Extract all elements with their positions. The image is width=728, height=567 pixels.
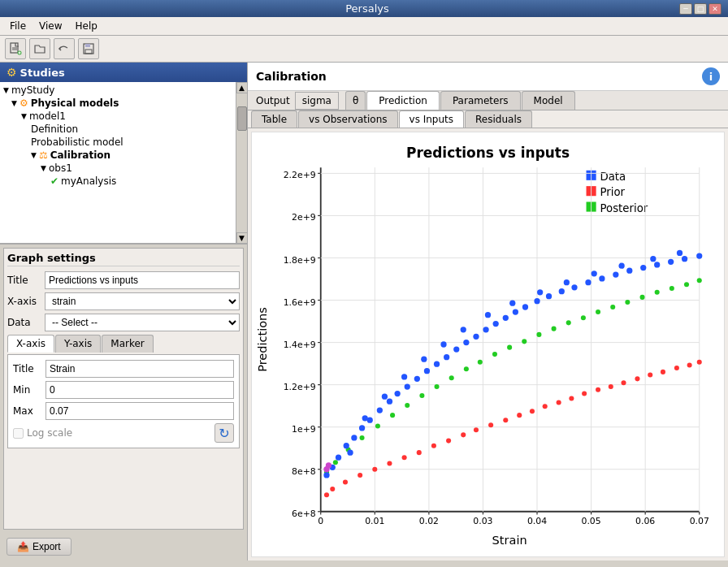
svg-point-104 (492, 352, 497, 357)
app-title: Persalys (345, 2, 389, 15)
svg-point-101 (449, 375, 454, 380)
svg-point-68 (387, 461, 392, 465)
axis-max-label: Max (13, 405, 42, 417)
tree-scrollbar[interactable]: ▲ ▼ (236, 82, 247, 244)
svg-point-84 (609, 384, 613, 389)
tree-obs1-label: obs1 (49, 162, 72, 174)
title-input[interactable] (45, 271, 240, 289)
svg-point-77 (517, 413, 522, 418)
svg-point-142 (534, 298, 540, 304)
svg-point-165 (564, 279, 570, 285)
log-scale-checkbox[interactable] (13, 428, 24, 439)
axis-title-label: Title (13, 363, 42, 374)
tree-physical-models[interactable]: ▼ ⚙ Physical models (2, 97, 234, 110)
data-select[interactable]: -- Select -- (45, 314, 240, 331)
tree-prob-model[interactable]: Probabilistic model (2, 136, 234, 149)
svg-point-114 (640, 295, 645, 300)
tree-obs1[interactable]: ▼ obs1 (2, 162, 234, 175)
svg-point-75 (488, 422, 493, 427)
maximize-button[interactable]: □ (694, 3, 707, 15)
svg-point-133 (444, 354, 449, 360)
tab-xaxis[interactable]: X-axis (7, 335, 54, 353)
svg-point-102 (464, 366, 469, 371)
tree-my-analysis[interactable]: ✔ myAnalysis (2, 175, 234, 188)
collapse-icon-2: ▼ (21, 112, 27, 120)
save-button[interactable] (78, 38, 99, 59)
tree-root[interactable]: ▼ myStudy (2, 84, 234, 97)
sigma-badge[interactable]: sigma (295, 92, 339, 110)
undo-button[interactable] (54, 38, 75, 59)
svg-point-103 (478, 360, 483, 365)
chart-area: Predictions vs inputs Data Prior Posteri… (251, 132, 725, 557)
svg-point-64 (330, 487, 335, 491)
svg-point-119 (323, 472, 329, 478)
menu-view[interactable]: View (32, 19, 68, 33)
open-button[interactable] (29, 38, 50, 59)
svg-point-105 (507, 345, 512, 350)
tab-theta[interactable]: θ (345, 91, 366, 110)
axis-min-row: Min (13, 381, 234, 399)
svg-point-147 (599, 275, 604, 281)
scroll-up[interactable]: ▲ (236, 82, 248, 93)
svg-point-70 (417, 450, 422, 455)
svg-point-130 (414, 376, 420, 382)
svg-point-150 (640, 265, 646, 271)
svg-point-123 (351, 435, 357, 440)
tab-yaxis[interactable]: Y-axis (55, 335, 101, 353)
minimize-button[interactable]: ─ (679, 3, 692, 15)
svg-point-111 (596, 309, 600, 314)
export-button[interactable]: 📤 Export (6, 538, 72, 556)
axis-max-input[interactable] (46, 402, 234, 420)
xaxis-select[interactable]: strain (45, 292, 240, 310)
data-label: Data (7, 317, 41, 328)
svg-point-163 (509, 301, 515, 306)
menu-file[interactable]: File (3, 19, 32, 33)
sub-tab-vs-inputs[interactable]: vs Inputs (399, 110, 465, 128)
svg-point-67 (372, 467, 377, 472)
sub-tab-table[interactable]: Table (251, 110, 297, 128)
new-button[interactable] (5, 38, 26, 59)
tree-definition[interactable]: Definition (2, 123, 234, 136)
axis-title-input[interactable] (46, 360, 234, 378)
svg-point-66 (358, 473, 362, 478)
info-button[interactable]: i (702, 67, 720, 85)
svg-point-156 (362, 415, 368, 421)
svg-point-73 (461, 432, 466, 437)
calibration-title: Calibration (256, 70, 327, 83)
menu-help[interactable]: Help (69, 19, 104, 33)
svg-text:6e+8: 6e+8 (292, 509, 316, 519)
svg-text:2.2e+9: 2.2e+9 (284, 170, 316, 180)
scroll-thumb[interactable] (237, 106, 247, 131)
svg-rect-8 (85, 50, 92, 54)
svg-text:0.07: 0.07 (690, 517, 709, 527)
output-sigma-area: sigma (295, 92, 339, 110)
tab-parameters[interactable]: Parameters (440, 91, 521, 110)
scroll-down[interactable]: ▼ (236, 232, 248, 244)
sub-tab-residuals[interactable]: Residuals (465, 110, 532, 128)
svg-point-83 (596, 387, 600, 392)
tree-prob-model-label: Probabilistic model (31, 136, 124, 148)
output-label: Output (251, 92, 295, 110)
axis-min-input[interactable] (46, 381, 234, 399)
svg-point-81 (569, 396, 574, 401)
collapse-icon-1: ▼ (11, 99, 17, 107)
axis-tab-content: Title Min Max Log scale ↻ (7, 354, 240, 448)
tab-marker[interactable]: Marker (102, 335, 153, 353)
refresh-button[interactable]: ↻ (214, 423, 234, 443)
svg-point-107 (536, 332, 541, 337)
svg-point-146 (585, 279, 591, 285)
tree-calibration[interactable]: ▼ ⚖ Calibration (2, 149, 234, 162)
tab-prediction[interactable]: Prediction (366, 91, 440, 110)
sub-tab-vs-obs[interactable]: vs Observations (298, 110, 398, 128)
svg-point-122 (344, 443, 349, 448)
tab-model[interactable]: Model (522, 91, 575, 110)
collapse-icon-3: ▼ (31, 151, 37, 159)
close-button[interactable]: ✕ (708, 3, 722, 15)
right-panel: Calibration i Output sigma θ Prediction … (248, 63, 728, 561)
svg-point-161 (461, 327, 466, 332)
svg-point-141 (522, 304, 528, 309)
tree-model1[interactable]: ▼ model1 (2, 110, 234, 123)
svg-point-151 (654, 262, 660, 267)
svg-point-159 (421, 357, 427, 362)
chart-svg: Predictions vs inputs Data Prior Posteri… (252, 132, 724, 556)
